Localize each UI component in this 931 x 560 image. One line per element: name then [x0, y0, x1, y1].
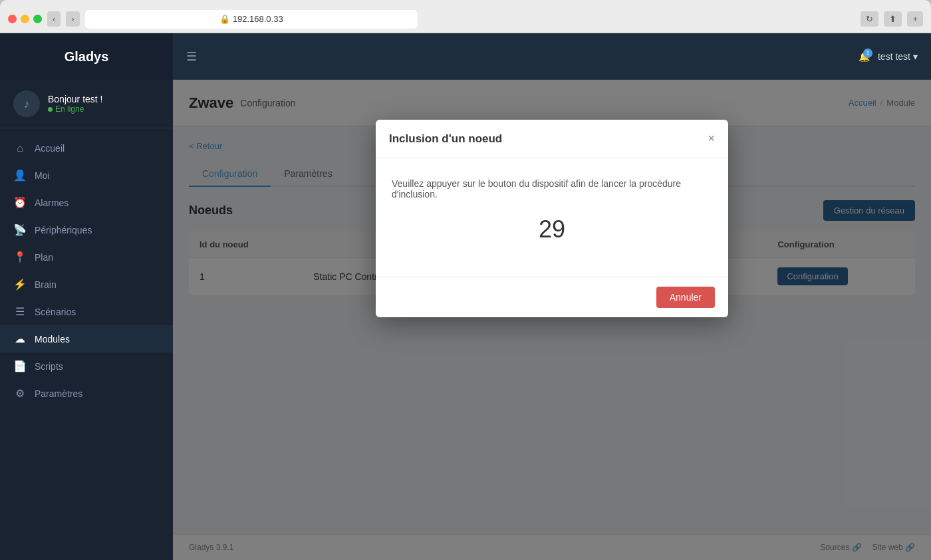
sidebar-label-peripheriques: Périphériques — [35, 225, 92, 235]
top-bar-left: ☰ — [186, 49, 197, 64]
modules-icon: ☁ — [13, 333, 27, 345]
scenarios-icon: ☰ — [13, 305, 27, 318]
sidebar-item-moi[interactable]: 👤 Moi — [0, 162, 173, 189]
plan-icon: 📍 — [13, 251, 27, 263]
lock-icon: 🔒 — [219, 14, 230, 24]
sidebar-item-scenarios[interactable]: ☰ Scénarios — [0, 298, 173, 325]
sidebar-item-parametres[interactable]: ⚙ Paramètres — [0, 380, 173, 407]
status-dot — [48, 107, 53, 112]
notification-bell[interactable]: 🔔 1 — [859, 51, 870, 62]
hamburger-icon[interactable]: ☰ — [186, 49, 197, 64]
modal-header: Inclusion d'un noeud × — [376, 120, 728, 158]
address-text: 192.168.0.33 — [233, 14, 283, 24]
home-icon: ⌂ — [13, 142, 27, 154]
brain-icon: ⚡ — [13, 278, 27, 291]
maximize-traffic-light[interactable] — [33, 15, 42, 23]
sidebar-item-plan[interactable]: 📍 Plan — [0, 243, 173, 271]
sidebar-label-moi: Moi — [35, 170, 50, 181]
user-icon: 👤 — [13, 169, 27, 182]
notification-badge: 1 — [863, 49, 872, 58]
sidebar-item-modules[interactable]: ☁ Modules — [0, 325, 173, 352]
user-greeting: Bonjour test ! — [48, 94, 103, 104]
sidebar-item-alarmes[interactable]: ⏰ Alarmes — [0, 189, 173, 216]
app-logo: Gladys — [65, 49, 109, 65]
avatar-icon: ♪ — [24, 97, 30, 111]
address-bar[interactable]: 🔒 192.168.0.33 — [85, 10, 418, 29]
alarm-icon: ⏰ — [13, 196, 27, 209]
settings-icon: ⚙ — [13, 387, 27, 400]
sidebar-item-peripheriques[interactable]: 📡 Périphériques — [0, 216, 173, 243]
top-bar: ☰ 🔔 1 test test ▾ — [173, 33, 931, 80]
user-info: Bonjour test ! En ligne — [48, 94, 103, 114]
sidebar-nav: ⌂ Accueil 👤 Moi ⏰ Alarmes 📡 Périphérique… — [0, 128, 173, 560]
peripheriques-icon: 📡 — [13, 223, 27, 236]
top-bar-right: 🔔 1 test test ▾ — [859, 51, 918, 62]
close-traffic-light[interactable] — [8, 15, 17, 23]
user-section: ♪ Bonjour test ! En ligne — [0, 80, 173, 128]
sidebar: Gladys ♪ Bonjour test ! En ligne ⌂ Accue — [0, 33, 173, 560]
sidebar-item-accueil[interactable]: ⌂ Accueil — [0, 135, 173, 162]
sidebar-label-scripts: Scripts — [35, 361, 63, 372]
reload-button[interactable]: ↻ — [861, 11, 878, 27]
modal-body: Veuillez appuyer sur le bouton du dispos… — [376, 158, 728, 277]
user-dropdown[interactable]: test test ▾ — [878, 51, 918, 62]
traffic-lights — [8, 15, 42, 23]
forward-button[interactable]: › — [66, 11, 79, 27]
modal-close-button[interactable]: × — [708, 132, 715, 146]
modal-footer: Annuler — [376, 277, 728, 317]
avatar: ♪ — [13, 90, 40, 117]
modal: Inclusion d'un noeud × Veuillez appuyer … — [376, 120, 728, 317]
sidebar-label-scenarios: Scénarios — [35, 307, 76, 317]
sidebar-item-scripts[interactable]: 📄 Scripts — [0, 352, 173, 380]
sidebar-label-brain: Brain — [35, 279, 57, 290]
modal-countdown: 29 — [392, 215, 712, 243]
modal-title: Inclusion d'un noeud — [389, 132, 502, 146]
back-button[interactable]: ‹ — [47, 11, 61, 27]
sidebar-label-accueil: Accueil — [35, 143, 65, 154]
sidebar-header: Gladys — [0, 33, 173, 80]
user-dropdown-label: test test — [878, 51, 910, 62]
main-content: Zwave Configuration Accueil / Module < R… — [173, 80, 931, 560]
sidebar-label-plan: Plan — [35, 252, 53, 263]
share-button[interactable]: ⬆ — [884, 11, 902, 27]
user-status: En ligne — [48, 104, 103, 114]
sidebar-label-alarmes: Alarmes — [35, 198, 68, 208]
cancel-button[interactable]: Annuler — [656, 287, 715, 308]
sidebar-item-brain[interactable]: ⚡ Brain — [0, 271, 173, 298]
sidebar-label-modules: Modules — [35, 334, 70, 345]
modal-text: Veuillez appuyer sur le bouton du dispos… — [392, 178, 712, 200]
chevron-down-icon: ▾ — [913, 51, 918, 62]
minimize-traffic-light[interactable] — [21, 15, 29, 23]
sidebar-label-parametres: Paramètres — [35, 388, 82, 399]
modal-overlay: Inclusion d'un noeud × Veuillez appuyer … — [173, 80, 931, 560]
scripts-icon: 📄 — [13, 360, 27, 372]
new-tab-button[interactable]: + — [907, 11, 923, 27]
